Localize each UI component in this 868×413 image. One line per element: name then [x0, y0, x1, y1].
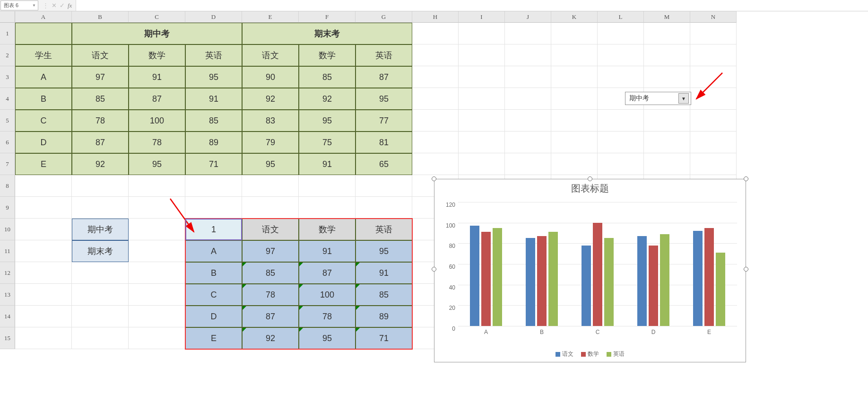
column-header[interactable]: L: [598, 11, 644, 23]
column-header[interactable]: G: [356, 11, 412, 23]
cell[interactable]: [459, 66, 505, 88]
cell[interactable]: [129, 284, 185, 306]
column-header[interactable]: F: [299, 11, 356, 23]
cell[interactable]: [690, 110, 737, 132]
column-header[interactable]: K: [551, 11, 598, 23]
row-header[interactable]: 6: [0, 132, 15, 153]
row-header[interactable]: 11: [0, 240, 15, 262]
cell[interactable]: [505, 110, 551, 132]
cell[interactable]: [129, 175, 185, 197]
cell[interactable]: [459, 110, 505, 132]
table-cell[interactable]: 75: [299, 132, 356, 153]
cell[interactable]: [505, 132, 551, 153]
table-cell[interactable]: 95: [299, 110, 356, 132]
row-header[interactable]: 3: [0, 66, 15, 88]
cell[interactable]: [459, 23, 505, 44]
cell[interactable]: [690, 44, 737, 66]
select-all-corner[interactable]: [0, 11, 15, 23]
table-cell[interactable]: 85: [185, 110, 242, 132]
column-header[interactable]: H: [412, 11, 459, 23]
cell[interactable]: [644, 23, 690, 44]
table-cell[interactable]: 91: [129, 66, 185, 88]
cell[interactable]: [15, 262, 72, 284]
cell[interactable]: [72, 284, 129, 306]
table-cell[interactable]: 90: [242, 66, 299, 88]
cell[interactable]: [505, 66, 551, 88]
table-cell[interactable]: 85: [72, 88, 129, 110]
table-subheader[interactable]: 英语: [356, 44, 412, 66]
table-subheader[interactable]: 语文: [72, 44, 129, 66]
enter-icon[interactable]: ✓: [60, 2, 65, 9]
cell[interactable]: [459, 132, 505, 153]
table-cell[interactable]: 83: [242, 110, 299, 132]
cell[interactable]: [412, 153, 459, 175]
table-cell[interactable]: 95: [356, 88, 412, 110]
chart-resize-handle[interactable]: [744, 176, 748, 181]
cell[interactable]: [72, 262, 129, 284]
cell[interactable]: [505, 44, 551, 66]
cell[interactable]: [505, 153, 551, 175]
cell[interactable]: [412, 66, 459, 88]
name-box-dropdown-icon[interactable]: ▼: [32, 3, 36, 8]
cell[interactable]: [505, 88, 551, 110]
dropdown-button[interactable]: ▼: [678, 93, 689, 104]
cell[interactable]: [459, 44, 505, 66]
cell[interactable]: [15, 240, 72, 262]
cell[interactable]: [15, 197, 72, 219]
cell[interactable]: [15, 306, 72, 327]
table-cell[interactable]: 85: [299, 66, 356, 88]
row-header[interactable]: 10: [0, 219, 15, 240]
table-cell[interactable]: 77: [356, 110, 412, 132]
cell[interactable]: [72, 327, 129, 349]
row-header[interactable]: 14: [0, 306, 15, 327]
table-cell[interactable]: C: [15, 110, 72, 132]
cell[interactable]: [412, 23, 459, 44]
exam-select-dropdown[interactable]: 期中考 ▼: [625, 92, 691, 105]
cell[interactable]: [412, 88, 459, 110]
table-cell[interactable]: 100: [129, 110, 185, 132]
cell[interactable]: [242, 175, 299, 197]
column-header[interactable]: E: [242, 11, 299, 23]
cell[interactable]: [598, 153, 644, 175]
chart-resize-handle[interactable]: [432, 176, 436, 181]
table-subheader[interactable]: 数学: [299, 44, 356, 66]
row-header[interactable]: 4: [0, 88, 15, 110]
cell[interactable]: [551, 132, 598, 153]
cell[interactable]: [185, 175, 242, 197]
column-header[interactable]: A: [15, 11, 72, 23]
table-cell[interactable]: 95: [129, 153, 185, 175]
table-cell[interactable]: 97: [72, 66, 129, 88]
cell[interactable]: [459, 153, 505, 175]
cell[interactable]: [551, 44, 598, 66]
column-header[interactable]: C: [129, 11, 185, 23]
cell[interactable]: [644, 44, 690, 66]
option-list-item[interactable]: 期末考: [72, 240, 129, 262]
cell[interactable]: [15, 175, 72, 197]
table-cell[interactable]: 91: [299, 153, 356, 175]
cell[interactable]: [644, 110, 690, 132]
cell[interactable]: [690, 153, 737, 175]
column-header[interactable]: B: [72, 11, 129, 23]
table-cell[interactable]: D: [15, 132, 72, 153]
cell[interactable]: [299, 197, 356, 219]
cell[interactable]: [15, 284, 72, 306]
table-cell[interactable]: 92: [72, 153, 129, 175]
cell[interactable]: [690, 132, 737, 153]
chart-resize-handle[interactable]: [588, 176, 592, 181]
cell[interactable]: [598, 132, 644, 153]
cell[interactable]: [598, 66, 644, 88]
cell[interactable]: [72, 306, 129, 327]
option-list-item[interactable]: 期中考: [72, 219, 129, 240]
cell[interactable]: [412, 132, 459, 153]
table-cell[interactable]: 87: [72, 132, 129, 153]
column-header[interactable]: D: [185, 11, 242, 23]
row-header[interactable]: 15: [0, 327, 15, 349]
fx-icon[interactable]: fx: [68, 2, 72, 9]
cell[interactable]: [690, 23, 737, 44]
cell[interactable]: [299, 175, 356, 197]
table-cell[interactable]: 87: [129, 88, 185, 110]
cell[interactable]: [412, 44, 459, 66]
cell[interactable]: [72, 197, 129, 219]
table-cell[interactable]: A: [15, 66, 72, 88]
table-cell[interactable]: 65: [356, 153, 412, 175]
